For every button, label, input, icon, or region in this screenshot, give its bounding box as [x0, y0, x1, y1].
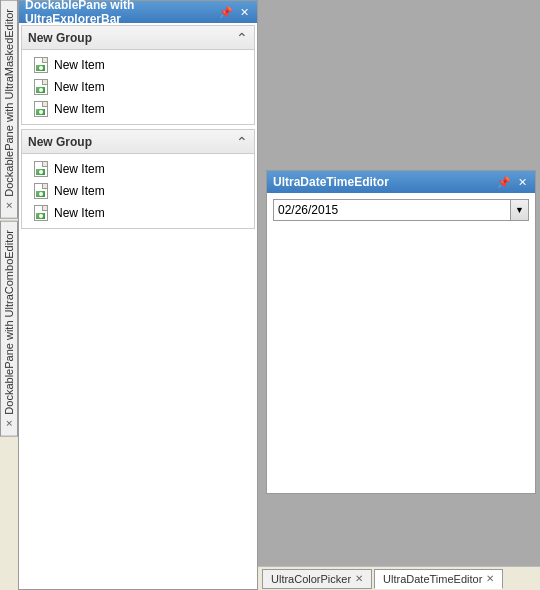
- group-2-items: New Item New Item New Item: [22, 154, 254, 228]
- group-1-header[interactable]: New Group ⌃: [22, 26, 254, 50]
- item-doc-icon-green: [36, 213, 45, 219]
- explorer-group-2: New Group ⌃ New Item New Item: [21, 129, 255, 229]
- explorer-pane: DockablePane with UltraExplorerBar 📌 ✕ N…: [18, 0, 258, 590]
- datetime-pin-icon[interactable]: 📌: [497, 175, 511, 189]
- item-doc-icon: [34, 161, 48, 177]
- item-doc-icon-green: [36, 65, 45, 71]
- side-tab-combo-close[interactable]: ✕: [4, 417, 14, 427]
- item-doc-icon-green: [36, 87, 45, 93]
- bottom-tab-colorpicker[interactable]: UltraColorPicker ✕: [262, 569, 372, 589]
- list-item[interactable]: New Item: [22, 180, 254, 202]
- explorer-pin-icon[interactable]: 📌: [219, 5, 233, 19]
- item-doc-icon: [34, 57, 48, 73]
- side-tab-masked-label: DockablePane with UltraMaskedEditor: [3, 9, 15, 197]
- datetime-dropdown-arrow: ▼: [515, 205, 524, 215]
- item-doc-icon-green: [36, 169, 45, 175]
- side-tabs-left: ✕ DockablePane with UltraMaskedEditor ✕ …: [0, 0, 18, 590]
- side-tab-masked-close[interactable]: ✕: [4, 200, 14, 210]
- datetime-pane: UltraDateTimeEditor 📌 ✕ ▼: [266, 170, 536, 494]
- bottom-tab-datetimeeditor-label: UltraDateTimeEditor: [383, 573, 482, 585]
- item-doc-icon: [34, 79, 48, 95]
- item-doc-icon: [34, 205, 48, 221]
- explorer-group-1: New Group ⌃ New Item New Item: [21, 25, 255, 125]
- group-2-header[interactable]: New Group ⌃: [22, 130, 254, 154]
- right-area: UltraDateTimeEditor 📌 ✕ ▼ UltraColorPick…: [258, 0, 540, 590]
- list-item[interactable]: New Item: [22, 202, 254, 224]
- group-1-collapse-icon: ⌃: [236, 30, 248, 46]
- side-tab-masked[interactable]: ✕ DockablePane with UltraMaskedEditor: [0, 0, 18, 219]
- side-tab-combo-label: DockablePane with UltraComboEditor: [3, 230, 15, 415]
- bottom-tab-colorpicker-close[interactable]: ✕: [355, 573, 363, 584]
- datetime-close-icon[interactable]: ✕: [515, 175, 529, 189]
- explorer-body: New Group ⌃ New Item New Item: [19, 23, 257, 589]
- datetime-pane-title: UltraDateTimeEditor: [273, 175, 389, 189]
- explorer-close-icon[interactable]: ✕: [237, 5, 251, 19]
- item-label: New Item: [54, 184, 105, 198]
- bottom-tabbar: UltraColorPicker ✕ UltraDateTimeEditor ✕: [258, 566, 540, 590]
- item-label: New Item: [54, 206, 105, 220]
- list-item[interactable]: New Item: [22, 76, 254, 98]
- group-1-title: New Group: [28, 31, 92, 45]
- item-label: New Item: [54, 58, 105, 72]
- item-doc-icon: [34, 101, 48, 117]
- list-item[interactable]: New Item: [22, 98, 254, 120]
- list-item[interactable]: New Item: [22, 158, 254, 180]
- item-doc-icon: [34, 183, 48, 199]
- datetime-dropdown-button[interactable]: ▼: [511, 199, 529, 221]
- datetime-body: ▼: [267, 193, 535, 493]
- explorer-pane-icons: 📌 ✕: [219, 5, 251, 19]
- datetime-input-row: ▼: [273, 199, 529, 221]
- item-label: New Item: [54, 162, 105, 176]
- item-doc-icon-green: [36, 109, 45, 115]
- group-1-items: New Item New Item New Item: [22, 50, 254, 124]
- item-doc-icon-green: [36, 191, 45, 197]
- datetime-titlebar: UltraDateTimeEditor 📌 ✕: [267, 171, 535, 193]
- side-tab-combo[interactable]: ✕ DockablePane with UltraComboEditor: [0, 221, 18, 437]
- bottom-tab-datetimeeditor[interactable]: UltraDateTimeEditor ✕: [374, 569, 503, 589]
- group-2-collapse-icon: ⌃: [236, 134, 248, 150]
- workspace: ✕ DockablePane with UltraMaskedEditor ✕ …: [0, 0, 540, 590]
- item-label: New Item: [54, 102, 105, 116]
- bottom-tab-colorpicker-label: UltraColorPicker: [271, 573, 351, 585]
- item-label: New Item: [54, 80, 105, 94]
- list-item[interactable]: New Item: [22, 54, 254, 76]
- datetime-input[interactable]: [273, 199, 511, 221]
- bottom-tab-datetimeeditor-close[interactable]: ✕: [486, 573, 494, 584]
- datetime-pane-icons: 📌 ✕: [497, 175, 529, 189]
- explorer-pane-titlebar: DockablePane with UltraExplorerBar 📌 ✕: [19, 1, 257, 23]
- group-2-title: New Group: [28, 135, 92, 149]
